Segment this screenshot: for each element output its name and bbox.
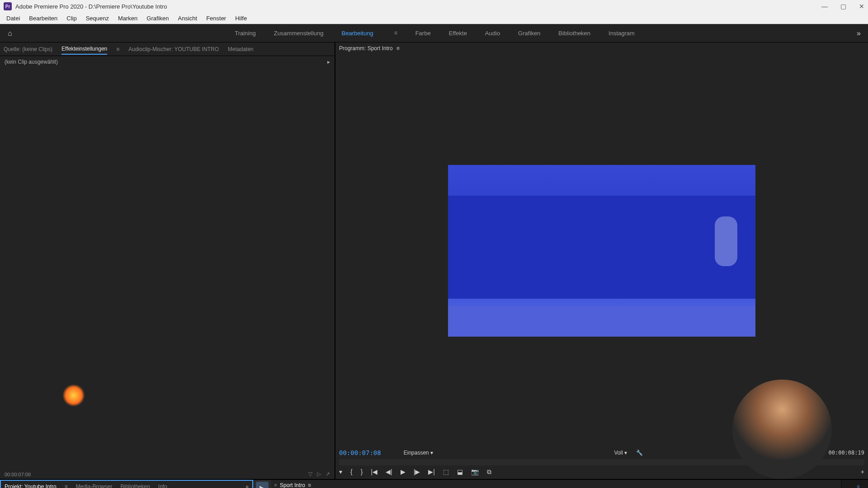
comparison-icon[interactable]: ⧉ [487,468,491,476]
expand-arrow-icon[interactable]: ▸ [327,59,330,65]
export-frame-icon[interactable]: 📷 [471,468,479,476]
workspace-tab[interactable]: Grafiken [518,30,540,37]
project-tab[interactable]: Media-Browser [76,483,113,488]
settings-icon[interactable]: 🔧 [636,450,643,456]
go-prev-icon[interactable]: |◀ [371,468,377,476]
window-title: Adobe Premiere Pro 2020 - D:\Premiere Pr… [15,3,167,10]
overflow-icon[interactable]: » [245,483,249,488]
menu-ansicht[interactable]: Ansicht [173,15,202,22]
mark-in-icon[interactable]: ▾ [339,468,342,476]
home-icon[interactable]: ⌂ [4,27,16,40]
timeline-tools: ▶ ⇥ ⟷ ✂ |↔| ✒ ✋ T [253,480,271,488]
workspace-tab[interactable]: Bearbeitung [342,30,373,37]
webcam-overlay [732,380,832,479]
workspace-tab[interactable]: Effekte [449,30,467,37]
menu-marken[interactable]: Marken [113,15,142,22]
go-next-icon[interactable]: ▶| [428,468,435,476]
program-tab[interactable]: Programm: Sport Intro [339,45,393,52]
menu-clip[interactable]: Clip [62,15,81,22]
overflow-icon[interactable]: » [853,29,864,38]
menu-grafiken[interactable]: Grafiken [142,15,173,22]
step-back-icon[interactable]: ◀| [386,468,392,476]
export-frame-icon[interactable]: ↗ [326,471,330,477]
menu-hilfe[interactable]: Hilfe [231,15,251,22]
panel-menu-icon[interactable]: ≡ [116,46,119,52]
source-timecode: 00:00:07:08 [5,472,31,477]
audio-meters: 0-6-12-18-24-30-36-42-48-54dB [841,480,868,488]
project-tab[interactable]: Bibliotheken [120,483,150,488]
source-tab[interactable]: Audioclip-Mischer: YOUTUBE INTRO [128,44,219,54]
workspace-tab[interactable]: Audio [485,30,500,37]
close-sequence-icon[interactable]: × [274,482,277,488]
menu-bar: DateiBearbeitenClipSequenzMarkenGrafiken… [0,13,868,24]
mark-out-icon[interactable]: { [350,468,353,476]
sequence-name[interactable]: Sport Intro [280,482,305,488]
menu-sequenz[interactable]: Sequenz [81,15,113,22]
panel-menu-icon[interactable]: ≡ [396,45,400,52]
no-clip-text: (kein Clip ausgewählt) [5,59,330,65]
program-duration: 00:00:08:19 [829,450,864,456]
menu-datei[interactable]: Datei [2,15,24,22]
maximize-icon[interactable]: ▢ [840,3,846,10]
play-only-icon[interactable]: ▷ [317,471,321,477]
panel-menu-icon[interactable]: ≡ [308,482,311,488]
project-tab[interactable]: Projekt: Youtube Intro [5,483,57,488]
workspace-bar: ⌂ TrainingZusammenstellungBearbeitung≡Fa… [0,24,868,42]
app-logo-icon: Pr [4,2,12,10]
source-tab[interactable]: Effekteinstellungen [61,44,107,55]
video-frame [448,165,755,337]
workspace-tab[interactable]: Instagram [609,30,635,37]
resolution-select[interactable]: Voll ▾ [614,450,627,456]
effect-controls-panel: (kein Clip ausgewählt) ▸ 00:00:07:08 ▽ ▷… [0,56,335,479]
filter-icon[interactable]: ▽ [308,471,312,477]
program-timecode[interactable]: 00:00:07:08 [339,449,381,456]
button-editor-icon[interactable]: + [861,468,864,476]
workspace-tab[interactable]: Training [235,30,255,37]
workspace-tab[interactable]: Farbe [415,30,431,37]
go-in-icon[interactable]: } [361,468,363,476]
play-icon[interactable]: ▶ [401,468,406,476]
selection-tool[interactable]: ▶ [256,482,269,488]
workspace-tab[interactable]: Bibliotheken [558,30,590,37]
panel-menu-icon[interactable]: ≡ [394,30,397,37]
menu-fenster[interactable]: Fenster [202,15,231,22]
title-bar: Pr Adobe Premiere Pro 2020 - D:\Premiere… [0,0,868,13]
project-panel: Projekt: Youtube Intro≡Media-BrowserBibl… [0,480,253,488]
panel-menu-icon[interactable]: ≡ [65,483,68,488]
zoom-select[interactable]: Einpassen ▾ [404,450,433,456]
menu-bearbeiten[interactable]: Bearbeiten [24,15,62,22]
project-tab[interactable]: Info [158,483,167,488]
source-tab[interactable]: Metadaten [228,44,254,54]
workspace-tab[interactable]: Zusammenstellung [274,30,324,37]
step-fwd-icon[interactable]: |▶ [414,468,420,476]
timeline-panel: × Sport Intro ≡ 00:00:07:08 ❄ ⊓ ▾ ● 🔧 🔒V… [271,480,841,488]
extract-icon[interactable]: ⬓ [457,468,463,476]
lift-icon[interactable]: ⬚ [443,468,449,476]
source-tab[interactable]: Quelle: (keine Clips) [4,44,52,54]
minimize-icon[interactable]: — [821,3,828,10]
close-icon[interactable]: ✕ [859,3,864,10]
source-panel-tabs: Quelle: (keine Clips)Effekteinstellungen… [0,42,335,56]
